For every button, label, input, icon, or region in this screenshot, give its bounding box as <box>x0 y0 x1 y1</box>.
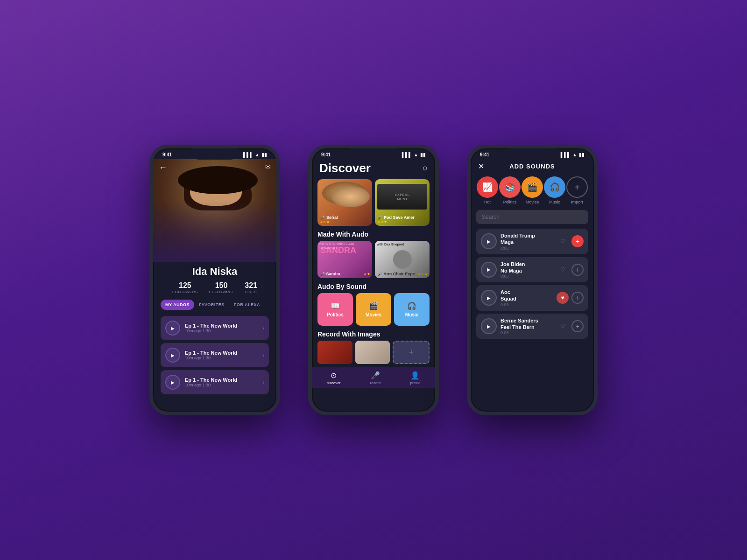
biden-add[interactable]: + <box>571 264 584 276</box>
nav-profile[interactable]: 👤 profile <box>410 371 421 385</box>
movies-label: Movies <box>366 312 381 317</box>
aoc-heart[interactable]: ♥ <box>557 292 569 304</box>
sound-item-biden: ▶ Joe BidenNo Maga 0:08 ♡ + <box>476 257 588 283</box>
status-bar-3: 9:41 ▌▌▌ ▲ ▮▮ <box>471 148 594 159</box>
search-icon[interactable]: ○ <box>423 163 428 173</box>
featured-card-pod[interactable]: EXPERI-MENT 🎤 Pod Save Amer 4.9 ★ <box>375 179 430 226</box>
hot-label: Hot <box>484 200 491 204</box>
cat-import[interactable]: + Import <box>566 176 588 204</box>
discover-content: 🎤 Serial 4.6 ★ EXPERI-MENT 🎤 <box>312 179 435 367</box>
record-img-add[interactable]: + <box>393 341 430 364</box>
sound-item-aoc: ▶ AocSquad 0:08 ♥ + <box>476 285 588 311</box>
sound-item-bernie: ▶ Bernie SandersFeel The Bern 0:08 ♡ + <box>476 314 588 339</box>
time-2: 9:41 <box>321 152 331 157</box>
phone-profile: 9:41 ▌▌▌ ▲ ▮▮ ← ✉ Ida Niska 125 <box>149 145 280 415</box>
made-card-armchair[interactable]: with Dax Shepard 🎤 Arm Chair Expe 4.9 ★ <box>375 241 430 278</box>
bernie-heart[interactable]: ♡ <box>557 320 569 332</box>
tab-my-audos[interactable]: MY AUDOS <box>161 300 194 310</box>
trump-name: Donald TrumpMaga <box>500 232 553 246</box>
record-images: + <box>317 341 430 364</box>
bottom-nav: ⊙ discover 🎤 record 👤 profile <box>312 367 435 388</box>
close-button[interactable]: ✕ <box>478 162 484 171</box>
trump-actions: ♡ + <box>557 235 584 247</box>
status-icons-1: ▌▌▌ ▲ ▮▮ <box>243 152 267 157</box>
made-row: SANDRA KRISTEN WIIG • AIA SHAWKAT 🎤 Sand… <box>317 241 430 278</box>
record-nav-label: record <box>370 381 381 385</box>
followers-count: 125 <box>172 281 198 290</box>
politics-label: Politics <box>327 312 344 317</box>
cat-movies[interactable]: 🎬 Movies <box>521 176 543 204</box>
play-trump[interactable]: ▶ <box>481 233 497 249</box>
music-label: Music <box>405 312 418 317</box>
phone-add-sounds: 9:41 ▌▌▌ ▲ ▮▮ ✕ ADD SOUNDS 📈 Hot 📚 Polit… <box>467 145 598 415</box>
chevron-icon-2: › <box>263 353 264 358</box>
music-icon: 🎧 <box>407 301 416 310</box>
play-bernie[interactable]: ▶ <box>481 318 497 334</box>
play-button-2[interactable]: ▶ <box>165 348 180 363</box>
discover-screen: 9:41 ▌▌▌ ▲ ▮▮ Discover ○ <box>312 148 435 388</box>
bernie-add[interactable]: + <box>571 320 584 332</box>
profile-nav-icon: 👤 <box>410 371 420 380</box>
likes-label: LIKES <box>245 290 257 294</box>
profile-content: Ida Niska 125 FOLLOWERS 150 FOLLOWING 32… <box>153 262 276 403</box>
back-button[interactable]: ← <box>159 163 167 173</box>
record-row: Record With Images + <box>317 330 430 364</box>
trump-heart[interactable]: ♡ <box>557 235 569 247</box>
movies-cat-label: Movies <box>526 200 539 204</box>
play-button-1[interactable]: ▶ <box>165 321 180 336</box>
cat-politics[interactable]: 📚 Politics <box>499 176 521 204</box>
discover-header: Discover ○ <box>312 159 435 179</box>
episode-item-3[interactable]: ▶ Ep 1 - The New World 10m ago 1:30 › <box>161 370 269 394</box>
bernie-name: Bernie SandersFeel The Bern <box>500 317 553 331</box>
bernie-actions: ♡ + <box>557 320 584 332</box>
episode-meta-2: 10m ago 1:30 <box>185 356 263 360</box>
episode-title-1: Ep 1 - The New World <box>185 323 263 329</box>
send-button[interactable]: ✉ <box>265 163 271 170</box>
aoc-actions: ♥ + <box>557 292 584 304</box>
followers-label: FOLLOWERS <box>172 290 198 294</box>
play-button-3[interactable]: ▶ <box>165 375 180 390</box>
play-biden[interactable]: ▶ <box>481 262 497 278</box>
discover-nav-label: discover <box>327 381 341 385</box>
aoc-duration: 0:08 <box>500 302 553 307</box>
tab-for-alexa[interactable]: FOR ALEXA <box>229 300 265 310</box>
sound-item-trump: ▶ Donald TrumpMaga 0:08 ♡ + <box>476 229 588 254</box>
discover-title: Discover <box>319 161 371 175</box>
stats-row: 125 FOLLOWERS 150 FOLLOWING 321 LIKES <box>161 281 269 294</box>
stat-following: 150 FOLLOWING <box>209 281 234 294</box>
trump-duration: 0:08 <box>500 246 553 251</box>
category-row: 📈 Hot 📚 Politics 🎬 Movies 🎧 Music + Impo… <box>471 173 594 210</box>
nav-discover[interactable]: ⊙ discover <box>327 371 341 385</box>
add-sounds-header: ✕ ADD SOUNDS <box>471 159 594 173</box>
record-img-2 <box>355 341 390 364</box>
trump-add[interactable]: + <box>571 235 584 247</box>
cat-hot[interactable]: 📈 Hot <box>477 176 498 204</box>
following-label: FOLLOWING <box>209 290 234 294</box>
hero-overlay <box>153 200 276 262</box>
search-bar[interactable]: Search <box>476 210 588 224</box>
time-1: 9:41 <box>162 152 172 157</box>
movies-cat-icon: 🎬 <box>521 176 543 198</box>
cat-music[interactable]: 🎧 Music <box>544 176 565 204</box>
sound-card-politics[interactable]: 📖 Politics <box>317 293 353 326</box>
import-icon: + <box>566 176 588 198</box>
audo-by-sound-title: Audo By Sound <box>317 283 430 290</box>
sound-card-music[interactable]: 🎧 Music <box>394 293 430 326</box>
tab-favorites[interactable]: FAVORITES <box>194 300 229 310</box>
music-cat-label: Music <box>549 200 560 204</box>
biden-name: Joe BidenNo Maga <box>500 261 553 274</box>
episode-item-1[interactable]: ▶ Ep 1 - The New World 10m ago 1:30 › <box>161 316 269 340</box>
status-icons-3: ▌▌▌ ▲ ▮▮ <box>561 152 585 157</box>
chevron-icon-1: › <box>263 326 264 331</box>
sound-card-movies[interactable]: 🎬 Movies <box>356 293 391 326</box>
profile-tabs: MY AUDOS FAVORITES FOR ALEXA <box>161 300 269 310</box>
episode-item-2[interactable]: ▶ Ep 1 - The New World 10m ago 1:30 › <box>161 343 269 367</box>
aoc-add[interactable]: + <box>571 292 584 304</box>
play-aoc[interactable]: ▶ <box>481 290 497 306</box>
featured-card-serial[interactable]: 🎤 Serial 4.6 ★ <box>317 179 372 226</box>
nav-record[interactable]: 🎤 record <box>370 371 381 385</box>
bernie-duration: 0:08 <box>500 330 553 335</box>
biden-duration: 0:08 <box>500 274 553 279</box>
biden-heart[interactable]: ♡ <box>557 264 569 276</box>
made-card-sandra[interactable]: SANDRA KRISTEN WIIG • AIA SHAWKAT 🎤 Sand… <box>317 241 372 278</box>
